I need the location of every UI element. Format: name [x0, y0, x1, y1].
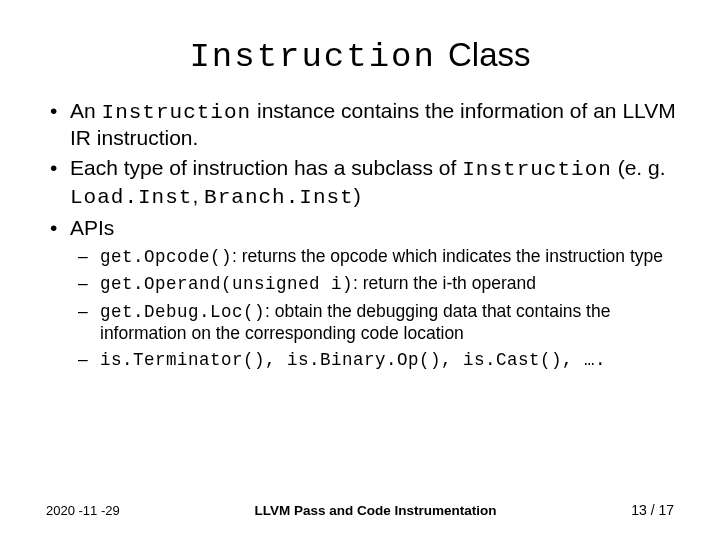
- bullet-2: Each type of instruction has a subclass …: [44, 155, 676, 209]
- api-item: get.Debug.Loc(): obtain the debugging da…: [70, 301, 676, 345]
- code: Instruction: [462, 158, 612, 181]
- api-code: is.Terminator(), is.Binary.Op(), is.Cast…: [100, 350, 606, 370]
- slide-title: Instruction Class: [44, 36, 676, 76]
- api-list: get.Opcode(): returns the opcode which i…: [70, 246, 676, 372]
- api-item: get.Opcode(): returns the opcode which i…: [70, 246, 676, 268]
- code: Branch.Inst: [204, 186, 354, 209]
- text: Each type of instruction has a subclass …: [70, 156, 462, 179]
- text: ): [354, 184, 361, 207]
- title-text: Class: [448, 36, 531, 73]
- text: APIs: [70, 216, 114, 239]
- footer-page: 13 / 17: [631, 502, 674, 518]
- api-desc: : returns the opcode which indicates the…: [232, 246, 663, 266]
- api-code: get.Operand(unsigned i): [100, 274, 353, 294]
- api-desc: : return the i-th operand: [353, 273, 536, 293]
- bullet-3: APIs get.Opcode(): returns the opcode wh…: [44, 215, 676, 372]
- bullet-1: An Instruction instance contains the inf…: [44, 98, 676, 150]
- api-code: get.Debug.Loc(): [100, 302, 265, 322]
- text: An: [70, 99, 102, 122]
- footer-date: 2020 -11 -29: [46, 503, 120, 518]
- footer-title: LLVM Pass and Code Instrumentation: [120, 503, 631, 518]
- text: (e. g.: [612, 156, 666, 179]
- api-item: get.Operand(unsigned i): return the i-th…: [70, 273, 676, 295]
- code: Instruction: [102, 101, 252, 124]
- api-code: get.Opcode(): [100, 247, 232, 267]
- text: ,: [192, 184, 204, 207]
- slide: Instruction Class An Instruction instanc…: [0, 0, 720, 540]
- code: Load.Inst: [70, 186, 192, 209]
- title-code: Instruction: [189, 38, 435, 76]
- api-item: is.Terminator(), is.Binary.Op(), is.Cast…: [70, 349, 676, 371]
- footer: 2020 -11 -29 LLVM Pass and Code Instrume…: [44, 502, 676, 522]
- bullet-list: An Instruction instance contains the inf…: [44, 98, 676, 377]
